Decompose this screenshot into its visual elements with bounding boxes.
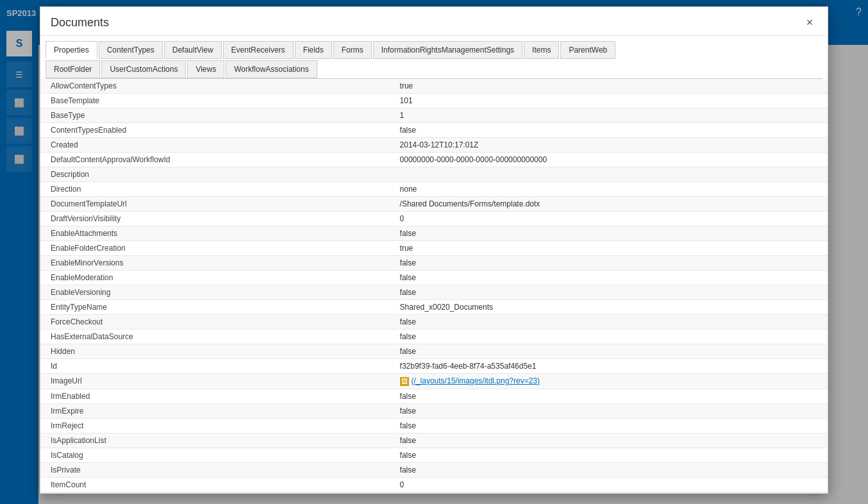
- tab-views[interactable]: Views: [187, 60, 224, 78]
- modal-content[interactable]: AllowContentTypestrueBaseTemplate101Base…: [40, 79, 828, 493]
- table-row: Idf32b9f39-fad6-4eeb-8f74-a535af46d5e1: [40, 358, 828, 373]
- table-row: IsCatalogfalse: [40, 448, 828, 462]
- property-key: ForceCheckout: [40, 314, 395, 329]
- tabs-row-2: RootFolderUserCustomActionsViewsWorkflow…: [46, 60, 822, 78]
- tabs-row-1: PropertiesContentTypesDefaultViewEventRe…: [46, 41, 822, 59]
- property-key: EntityTypeName: [40, 299, 395, 314]
- property-key: HasExternalDataSource: [40, 329, 395, 344]
- property-value: 1: [395, 108, 828, 122]
- table-row: DocumentTemplateUrl/Shared Documents/For…: [40, 196, 828, 211]
- table-row: IsApplicationListfalse: [40, 433, 828, 448]
- properties-table: AllowContentTypestrueBaseTemplate101Base…: [40, 79, 828, 493]
- tab-fields[interactable]: Fields: [295, 41, 332, 59]
- property-value: 101: [395, 93, 828, 108]
- property-value: false: [395, 255, 828, 270]
- property-value: /Shared Documents/Forms/template.dotx: [395, 196, 828, 211]
- property-value: false: [395, 285, 828, 299]
- table-row: IsPrivatefalse: [40, 462, 828, 477]
- table-row: ForceCheckoutfalse: [40, 314, 828, 329]
- property-value: false: [395, 462, 828, 477]
- tabs-container: PropertiesContentTypesDefaultViewEventRe…: [40, 36, 828, 78]
- property-key: AllowContentTypes: [40, 79, 395, 94]
- property-value: false: [395, 448, 828, 462]
- property-value: 0: [395, 477, 828, 492]
- property-key: EnableMinorVersions: [40, 255, 395, 270]
- property-value: true: [395, 240, 828, 255]
- table-row: Created2014-03-12T10:17:01Z: [40, 137, 828, 152]
- tab-workflow-associations[interactable]: WorkflowAssociations: [226, 60, 317, 78]
- tab-event-receivers[interactable]: EventReceivers: [223, 41, 294, 59]
- table-row: ContentTypesEnabledfalse: [40, 122, 828, 137]
- property-key: IrmReject: [40, 418, 395, 433]
- table-row: DraftVersionVisibility0: [40, 211, 828, 226]
- table-row: LastItemDeletedDate2014-03-12T10:17:01Z: [40, 492, 828, 493]
- table-row: EnableFolderCreationtrue: [40, 240, 828, 255]
- property-value: false: [395, 418, 828, 433]
- table-row: Directionnone: [40, 181, 828, 196]
- table-row: DefaultContentApprovalWorkflowId00000000…: [40, 152, 828, 167]
- modal-dialog: Documents × PropertiesContentTypesDefaul…: [40, 6, 828, 494]
- image-url-icon: 🖼: [400, 377, 409, 386]
- property-value: false: [395, 122, 828, 137]
- table-row: BaseType1: [40, 108, 828, 122]
- tab-root-folder[interactable]: RootFolder: [46, 60, 100, 78]
- property-key: Direction: [40, 181, 395, 196]
- modal-title: Documents: [51, 16, 109, 29]
- property-key: Hidden: [40, 344, 395, 358]
- property-value: false: [395, 270, 828, 285]
- property-value: 🖼(/_layouts/15/images/itdl.png?rev=23): [395, 373, 828, 389]
- table-row: EnableMinorVersionsfalse: [40, 255, 828, 270]
- table-row: BaseTemplate101: [40, 93, 828, 108]
- property-key: EnableAttachments: [40, 226, 395, 240]
- property-key: EnableModeration: [40, 270, 395, 285]
- property-key: IsCatalog: [40, 448, 395, 462]
- property-value: [395, 167, 828, 181]
- property-value: false: [395, 329, 828, 344]
- property-value: 2014-03-12T10:17:01Z: [395, 492, 828, 493]
- property-value: 0: [395, 211, 828, 226]
- property-key: ImageUrl: [40, 373, 395, 389]
- property-value: none: [395, 181, 828, 196]
- property-value: Shared_x0020_Documents: [395, 299, 828, 314]
- tab-parent-web[interactable]: ParentWeb: [560, 41, 615, 59]
- property-value: false: [395, 403, 828, 418]
- table-row: Hiddenfalse: [40, 344, 828, 358]
- property-value: false: [395, 344, 828, 358]
- table-row: HasExternalDataSourcefalse: [40, 329, 828, 344]
- modal-close-button[interactable]: ×: [802, 15, 817, 30]
- table-row: IrmEnabledfalse: [40, 389, 828, 403]
- table-row: IrmRejectfalse: [40, 418, 828, 433]
- property-value: f32b9f39-fad6-4eeb-8f74-a535af46d5e1: [395, 358, 828, 373]
- tab-default-view[interactable]: DefaultView: [164, 41, 222, 59]
- image-url-link[interactable]: (/_layouts/15/images/itdl.png?rev=23): [412, 376, 540, 385]
- modal-header: Documents ×: [40, 7, 828, 36]
- tab-content-types[interactable]: ContentTypes: [99, 41, 163, 59]
- property-key: ContentTypesEnabled: [40, 122, 395, 137]
- property-value: false: [395, 433, 828, 448]
- property-key: BaseType: [40, 108, 395, 122]
- property-value: false: [395, 389, 828, 403]
- property-key: BaseTemplate: [40, 93, 395, 108]
- tab-forms[interactable]: Forms: [333, 41, 372, 59]
- property-key: IsPrivate: [40, 462, 395, 477]
- property-value: true: [395, 79, 828, 94]
- property-key: IsApplicationList: [40, 433, 395, 448]
- table-row: EnableAttachmentsfalse: [40, 226, 828, 240]
- property-key: DefaultContentApprovalWorkflowId: [40, 152, 395, 167]
- table-row: EnableVersioningfalse: [40, 285, 828, 299]
- property-key: EnableFolderCreation: [40, 240, 395, 255]
- tab-user-custom-actions[interactable]: UserCustomActions: [101, 60, 186, 78]
- property-value: 00000000-0000-0000-0000-000000000000: [395, 152, 828, 167]
- table-row: ImageUrl🖼(/_layouts/15/images/itdl.png?r…: [40, 373, 828, 389]
- tab-items[interactable]: Items: [524, 41, 559, 59]
- property-value: 2014-03-12T10:17:01Z: [395, 137, 828, 152]
- property-key: Id: [40, 358, 395, 373]
- property-key: IrmEnabled: [40, 389, 395, 403]
- property-key: DocumentTemplateUrl: [40, 196, 395, 211]
- property-key: DraftVersionVisibility: [40, 211, 395, 226]
- tab-properties[interactable]: Properties: [46, 41, 97, 59]
- property-key: LastItemDeletedDate: [40, 492, 395, 493]
- tab-irm-settings[interactable]: InformationRightsManagementSettings: [373, 41, 522, 59]
- property-key: Created: [40, 137, 395, 152]
- table-row: EntityTypeNameShared_x0020_Documents: [40, 299, 828, 314]
